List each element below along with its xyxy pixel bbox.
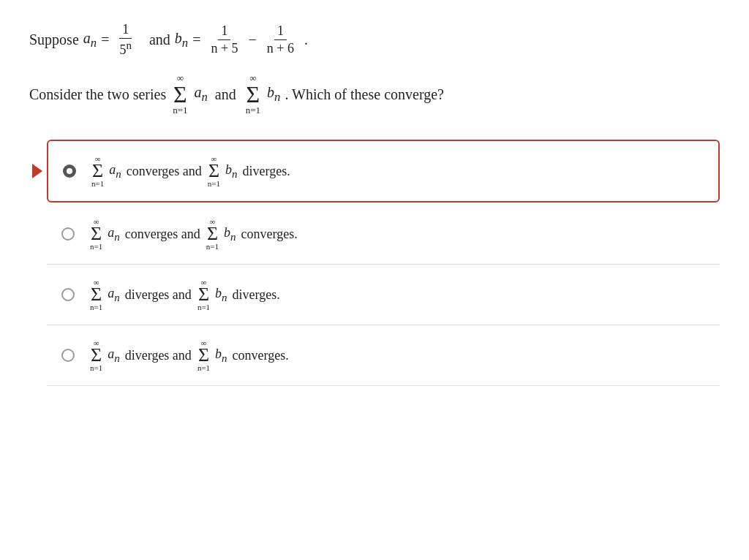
radio-button-2[interactable] bbox=[61, 227, 75, 241]
opt1-text1: converges and bbox=[127, 164, 202, 179]
and-connector: and bbox=[149, 31, 170, 48]
minus-sign: − bbox=[249, 31, 257, 48]
frac3-denominator: n + 6 bbox=[264, 40, 297, 56]
opt4-text2: converges. bbox=[233, 348, 289, 363]
frac2-denominator: n + 5 bbox=[208, 40, 241, 56]
and-text: and bbox=[215, 86, 236, 103]
option-2[interactable]: ∞ Σ n=1 an converges and ∞ Σ n=1 bn conv… bbox=[47, 204, 720, 265]
frac1-numerator: 1 bbox=[119, 22, 132, 39]
equals-sign2: = bbox=[192, 31, 200, 48]
answer-options: ∞ Σ n=1 an converges and ∞ Σ n=1 bn dive… bbox=[29, 138, 720, 386]
opt1-sigma1: ∞ Σ n=1 bbox=[91, 154, 104, 188]
opt4-text1: diverges and bbox=[125, 348, 192, 363]
opt1-text2: diverges. bbox=[243, 164, 290, 179]
opt4-sigma2: ∞ Σ n=1 bbox=[197, 338, 210, 372]
radio-button-4[interactable] bbox=[61, 349, 75, 362]
opt3-sigma1: ∞ Σ n=1 bbox=[90, 278, 102, 311]
option-4[interactable]: ∞ Σ n=1 an diverges and ∞ Σ n=1 bn conve… bbox=[47, 325, 720, 386]
opt1-sigma2: ∞ Σ n=1 bbox=[208, 154, 220, 188]
suppose-text: Suppose bbox=[29, 31, 79, 48]
fraction-1-over-n5: 1 n + 5 bbox=[208, 23, 241, 56]
equals-sign: = bbox=[101, 31, 109, 48]
frac2-numerator: 1 bbox=[218, 23, 230, 40]
frac1-denominator: 5n bbox=[116, 39, 135, 58]
radio-button-1[interactable] bbox=[63, 164, 76, 178]
bn-variable: bn bbox=[175, 30, 188, 50]
opt2-text2: converges. bbox=[241, 227, 298, 242]
opt2-text1: converges and bbox=[125, 227, 200, 242]
opt3-text1: diverges and bbox=[125, 287, 192, 303]
fraction-1-over-n6: 1 n + 6 bbox=[264, 23, 297, 56]
opt2-sigma2: ∞ Σ n=1 bbox=[206, 217, 219, 251]
dot-punctuation: . bbox=[304, 31, 308, 48]
option-4-text: ∞ Σ n=1 an diverges and ∞ Σ n=1 bn conve… bbox=[88, 338, 289, 372]
which-converge-text: . Which of these converge? bbox=[285, 86, 444, 103]
selected-arrow-icon bbox=[32, 164, 42, 178]
option-1[interactable]: ∞ Σ n=1 an converges and ∞ Σ n=1 bn dive… bbox=[47, 140, 720, 203]
fraction-one-over-5n: 1 5n bbox=[116, 22, 135, 58]
option-2-text: ∞ Σ n=1 an converges and ∞ Σ n=1 bn conv… bbox=[88, 217, 298, 251]
sigma-an-sub: n=1 bbox=[173, 105, 187, 116]
frac3-numerator: 1 bbox=[274, 23, 287, 40]
sigma-bn-symbol: Σ bbox=[246, 83, 260, 106]
sigma-bn-var: bn bbox=[267, 84, 280, 105]
opt4-sigma1: ∞ Σ n=1 bbox=[90, 338, 102, 372]
radio-button-3[interactable] bbox=[61, 288, 75, 301]
an-variable: an bbox=[83, 30, 97, 50]
opt3-sigma2: ∞ Σ n=1 bbox=[197, 278, 210, 311]
option-3-text: ∞ Σ n=1 an diverges and ∞ Σ n=1 bn diver… bbox=[88, 278, 280, 311]
consider-text: Consider the two series bbox=[29, 86, 166, 103]
sigma-an-symbol: Σ bbox=[173, 83, 187, 106]
sigma-bn-block: ∞ Σ n=1 bbox=[246, 72, 260, 116]
sigma-bn-sub: n=1 bbox=[246, 105, 260, 116]
sigma-an-block: ∞ Σ n=1 bbox=[173, 72, 187, 116]
problem-statement: Suppose an = 1 5n and bn = 1 n + 5 − 1 n… bbox=[29, 22, 720, 58]
option-1-text: ∞ Σ n=1 an converges and ∞ Σ n=1 bn dive… bbox=[89, 154, 290, 188]
option-3[interactable]: ∞ Σ n=1 an diverges and ∞ Σ n=1 bn diver… bbox=[47, 265, 720, 325]
opt2-sigma1: ∞ Σ n=1 bbox=[90, 217, 102, 251]
sigma-an-var: an bbox=[195, 84, 208, 105]
opt3-text2: diverges. bbox=[233, 287, 280, 303]
consider-line: Consider the two series ∞ Σ n=1 an and ∞… bbox=[29, 72, 720, 116]
